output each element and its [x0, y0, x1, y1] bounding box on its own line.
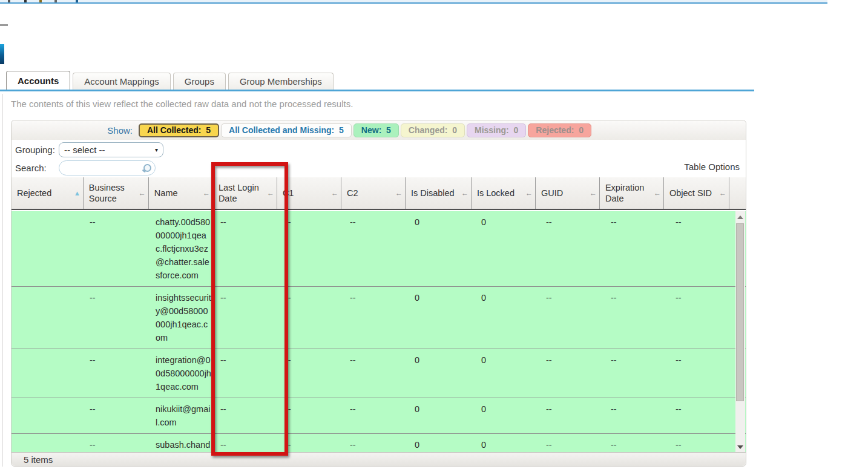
- scrollbar-thumb[interactable]: [736, 223, 744, 401]
- tab-bar: AccountsAccount MappingsGroupsGroup Memb…: [6, 71, 336, 90]
- table-row[interactable]: --insightssecurity@00d58000000jh1qeac.co…: [12, 287, 746, 349]
- filter-button-rejected[interactable]: Rejected: 0: [528, 123, 591, 137]
- column-filter-icon[interactable]: ←: [525, 188, 533, 198]
- browser-chrome-strip: [0, 0, 827, 4]
- table-cell-c1: --: [280, 211, 344, 286]
- table-cell-business-source: --: [84, 211, 150, 286]
- filter-button-new[interactable]: New: 5: [353, 123, 399, 137]
- table-cell-expiration-date: --: [605, 434, 670, 453]
- sort-ascending-icon[interactable]: ▲: [74, 188, 81, 198]
- search-input[interactable]: [65, 163, 142, 173]
- column-label: Object SID: [669, 188, 712, 198]
- vertical-scrollbar[interactable]: [735, 211, 745, 453]
- column-label: C1: [283, 188, 294, 198]
- column-label: GUID: [541, 188, 563, 198]
- column-filter-icon[interactable]: ←: [461, 188, 469, 198]
- table-cell-is-locked: 0: [476, 398, 541, 433]
- column-header-is-disabled[interactable]: Is Disabled←: [406, 177, 472, 209]
- column-filter-icon[interactable]: ←: [654, 188, 661, 198]
- table-row[interactable]: --chatty.00d58000000jh1qeac.flctjcnxu3ez…: [12, 211, 746, 287]
- table-cell-c1: --: [280, 287, 344, 349]
- tab-groups[interactable]: Groups: [173, 73, 226, 90]
- table-cell-expiration-date: --: [605, 287, 670, 349]
- column-header-is-locked[interactable]: Is Locked←: [472, 177, 536, 209]
- table-cell-c2: --: [344, 287, 409, 349]
- scroll-down-icon[interactable]: [737, 445, 743, 449]
- table-cell-is-disabled: 0: [409, 287, 476, 349]
- table-cell-rejected: [12, 434, 84, 453]
- table-cell-last-login-date: --: [215, 349, 280, 398]
- table-cell-rejected: [12, 398, 84, 433]
- table-footer: 5 items: [12, 452, 746, 466]
- table-cell-guid: --: [541, 287, 605, 349]
- table-cell-guid: --: [541, 211, 605, 286]
- table-row[interactable]: --nikukiit@gmail.com------00------: [12, 398, 746, 434]
- table-row[interactable]: --integration@00d58000000jh1qeac.com----…: [12, 349, 746, 398]
- column-header-last-login-date[interactable]: Last Login Date←: [213, 177, 277, 209]
- table-options-link[interactable]: Table Options: [684, 162, 740, 172]
- table-cell-is-disabled: 0: [409, 349, 476, 398]
- column-label: Name: [154, 188, 178, 198]
- column-filter-icon[interactable]: ←: [203, 188, 210, 198]
- table-cell-is-disabled: 0: [409, 434, 476, 453]
- table-cell-rejected: [12, 349, 84, 398]
- column-filter-icon[interactable]: ←: [139, 188, 146, 198]
- table-cell-object-sid: --: [670, 434, 736, 453]
- filter-button-changed[interactable]: Changed: 0: [401, 123, 465, 137]
- table-row[interactable]: --subash.chand------00------: [12, 434, 746, 453]
- table-cell-business-source: --: [84, 349, 150, 398]
- column-label: Expiration Date: [605, 182, 653, 204]
- grouping-row: Grouping: -- select -- ▾: [15, 142, 163, 157]
- chevron-down-icon: ▾: [155, 146, 158, 153]
- table-cell-expiration-date: --: [605, 211, 670, 286]
- table-cell-is-locked: 0: [476, 434, 541, 453]
- tab-accounts[interactable]: Accounts: [6, 71, 70, 90]
- column-header-c1[interactable]: C1←: [277, 177, 341, 209]
- filter-button-all-collected[interactable]: All Collected: 5: [139, 123, 219, 137]
- column-label: C2: [347, 188, 358, 198]
- tab-group-memberships[interactable]: Group Memberships: [228, 73, 334, 90]
- table-cell-c1: --: [280, 349, 344, 398]
- accent-bar: [0, 44, 4, 64]
- table-cell-business-source: --: [84, 398, 150, 433]
- column-header-rejected[interactable]: Rejected▲: [12, 177, 84, 209]
- column-header-object-sid[interactable]: Object SID←: [664, 177, 729, 209]
- filter-button-missing[interactable]: Missing: 0: [467, 123, 526, 137]
- grouping-select[interactable]: -- select -- ▾: [59, 142, 163, 157]
- column-filter-icon[interactable]: ←: [395, 188, 403, 198]
- table-cell-name: insightssecurity@00d58000000jh1qeac.com: [150, 287, 215, 349]
- column-filter-icon[interactable]: ←: [719, 188, 726, 198]
- tab-underline: [0, 90, 754, 91]
- column-header-name[interactable]: Name←: [149, 177, 213, 209]
- filter-button-all-collected-and-missing[interactable]: All Collected and Missing: 5: [221, 123, 352, 137]
- column-header-business-source[interactable]: Business Source←: [84, 177, 149, 209]
- chrome-icon-fragment: [39, 0, 42, 2]
- scroll-up-icon[interactable]: [737, 215, 743, 219]
- grouping-label: Grouping:: [15, 145, 59, 155]
- table-cell-last-login-date: --: [215, 287, 280, 349]
- column-header-expiration-date[interactable]: Expiration Date←: [600, 177, 664, 209]
- column-label: Rejected: [17, 188, 51, 198]
- table-cell-is-locked: 0: [476, 211, 541, 286]
- column-filter-icon[interactable]: ←: [331, 188, 338, 198]
- tab-account-mappings[interactable]: Account Mappings: [73, 73, 170, 90]
- column-header-c2[interactable]: C2←: [341, 177, 406, 209]
- table-header: Rejected▲Business Source←Name←Last Login…: [12, 177, 746, 210]
- search-icon[interactable]: [142, 163, 151, 173]
- table-cell-expiration-date: --: [605, 398, 670, 433]
- table-cell-rejected: [12, 287, 84, 349]
- grouping-selected-value: -- select --: [64, 145, 105, 155]
- show-filter-row: Show: All Collected: 5All Collected and …: [12, 120, 746, 140]
- column-label: Is Disabled: [411, 188, 455, 198]
- table-cell-is-locked: 0: [476, 287, 541, 349]
- table-cell-c1: --: [280, 434, 344, 453]
- table-cell-name: nikukiit@gmail.com: [150, 398, 215, 433]
- column-filter-icon[interactable]: ←: [590, 188, 597, 198]
- table-cell-last-login-date: --: [215, 434, 280, 453]
- table-cell-expiration-date: --: [605, 349, 670, 398]
- table-cell-object-sid: --: [670, 287, 736, 349]
- filter-button-group: All Collected: 5All Collected and Missin…: [139, 123, 593, 137]
- show-label: Show:: [12, 125, 139, 136]
- column-header-guid[interactable]: GUID←: [536, 177, 600, 209]
- column-filter-icon[interactable]: ←: [267, 188, 274, 198]
